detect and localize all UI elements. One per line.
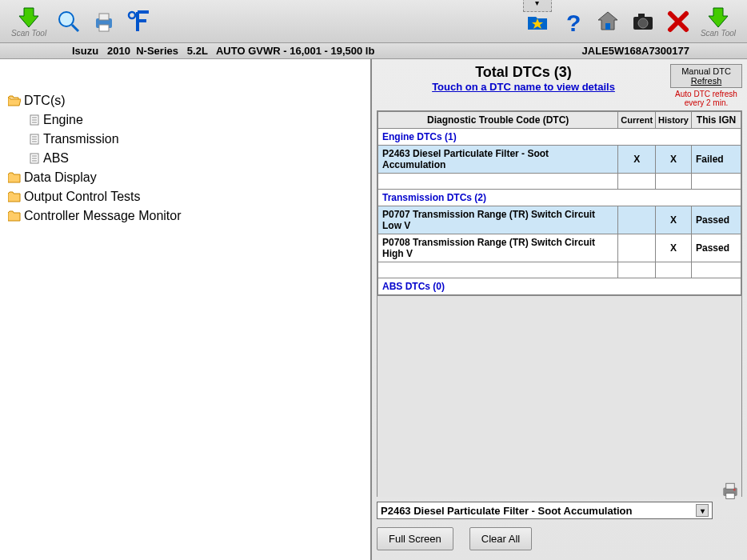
print-button[interactable] [91, 9, 117, 34]
vehicle-info-bar: Isuzu 2010 N-Series 5.2L AUTO GVWR - 16,… [0, 43, 747, 59]
magnifier-icon [56, 9, 82, 34]
total-dtcs-label: Total DTCs (3) [377, 64, 670, 81]
units-button[interactable] [126, 9, 152, 34]
scan-tool-back-button[interactable]: Scan Tool [11, 5, 46, 38]
svg-rect-4 [99, 25, 109, 31]
nav-data-display[interactable]: Data Display [8, 168, 362, 187]
nav-abs[interactable]: ABS [8, 149, 362, 168]
svg-text:?: ? [566, 10, 581, 34]
svg-point-26 [733, 489, 736, 491]
screenshot-button[interactable]: ▾ [630, 9, 656, 34]
nav-dtcs[interactable]: DTC(s) [8, 91, 362, 110]
dtc-row[interactable]: P0707 Transmission Range (TR) Switch Cir… [378, 206, 741, 234]
touch-hint-link[interactable]: Touch on a DTC name to view details [377, 81, 670, 93]
col-current: Current [618, 112, 656, 129]
col-history: History [656, 112, 692, 129]
document-icon [29, 114, 40, 126]
folder-icon [8, 210, 21, 222]
navigation-tree: DTC(s) Engine Transmission ABS Data Disp… [0, 59, 372, 560]
dtc-row[interactable]: P0708 Transmission Range (TR) Switch Cir… [378, 234, 741, 262]
dtc-select-dropdown[interactable]: P2463 Diesel Particulate Filter - Soot A… [377, 502, 713, 519]
section-engine[interactable]: Engine DTCs (1) [378, 129, 741, 146]
vehicle-vin: JALE5W168A7300177 [582, 45, 737, 57]
fahrenheit-icon [126, 9, 152, 34]
col-dtc: Diagnostic Trouble Code (DTC) [378, 112, 618, 129]
scan-tool-forward-button[interactable]: Scan Tool [701, 5, 736, 38]
folder-star-icon [525, 9, 550, 34]
svg-rect-25 [726, 494, 735, 499]
document-icon [29, 134, 40, 145]
svg-point-5 [129, 12, 135, 18]
svg-point-9 [638, 18, 648, 28]
manual-refresh-button[interactable]: Manual DTC Refresh [670, 64, 742, 88]
nav-transmission[interactable]: Transmission [8, 130, 362, 149]
help-button[interactable]: ? [560, 9, 585, 34]
printer-icon [91, 9, 117, 34]
vehicle-year: 2010 [107, 45, 130, 57]
selection-handles-icon: ▾ [523, 0, 552, 12]
full-screen-button[interactable]: Full Screen [377, 527, 453, 550]
close-x-icon [665, 9, 691, 34]
svg-rect-7 [605, 23, 610, 30]
nav-engine[interactable]: Engine [8, 110, 362, 130]
dtc-row[interactable]: P2463 Diesel Particulate Filter - Soot A… [378, 146, 741, 174]
svg-rect-10 [638, 14, 645, 18]
close-button[interactable] [665, 9, 691, 34]
print-side-button[interactable] [718, 479, 742, 504]
folder-icon [8, 172, 21, 183]
svg-rect-24 [726, 483, 735, 489]
chevron-down-icon: ▾ [696, 504, 709, 517]
vehicle-engine: 5.2L [187, 45, 208, 57]
dtc-table: Diagnostic Trouble Code (DTC) Current Hi… [377, 111, 741, 295]
nav-controller-message[interactable]: Controller Message Monitor [8, 206, 362, 226]
auto-refresh-label: Auto DTC refreshevery 2 min. [670, 90, 742, 107]
nav-output-control[interactable]: Output Control Tests [8, 187, 362, 206]
document-icon [29, 153, 40, 164]
home-button[interactable] [595, 9, 621, 34]
dtc-main-panel: Total DTCs (3) Touch on a DTC name to vi… [372, 59, 747, 560]
section-abs[interactable]: ABS DTCs (0) [378, 278, 741, 295]
camera-icon [630, 9, 656, 34]
folder-icon [8, 191, 21, 202]
vehicle-model: N-Series [136, 45, 178, 57]
svg-point-0 [59, 12, 74, 26]
col-this-ign: This IGN [692, 112, 741, 129]
vehicle-make: Isuzu [72, 45, 98, 57]
svg-rect-3 [99, 14, 109, 20]
printer-icon [718, 479, 742, 502]
main-toolbar: Scan Tool ? ▾ Scan Tool [0, 0, 747, 43]
section-transmission[interactable]: Transmission DTCs (2) [378, 190, 741, 206]
favorites-button[interactable] [525, 9, 550, 34]
folder-open-icon [8, 95, 21, 106]
vehicle-gvwr: AUTO GVWR - 16,001 - 19,500 lb [216, 45, 374, 57]
arrow-down-green-icon [16, 5, 42, 30]
svg-line-1 [72, 25, 78, 31]
arrow-down-green-icon [705, 5, 731, 30]
search-button[interactable] [56, 9, 82, 34]
home-icon [595, 9, 621, 34]
clear-all-button[interactable]: Clear All [469, 527, 532, 550]
question-icon: ? [560, 9, 585, 34]
